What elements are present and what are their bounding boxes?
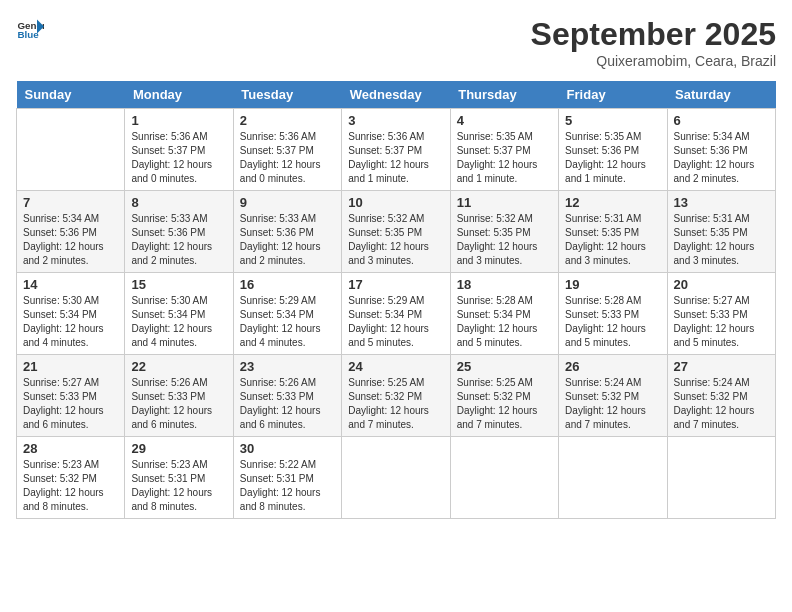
- day-number: 3: [348, 113, 443, 128]
- day-number: 30: [240, 441, 335, 456]
- weekday-header-saturday: Saturday: [667, 81, 775, 109]
- day-number: 6: [674, 113, 769, 128]
- day-info: Sunrise: 5:29 AMSunset: 5:34 PMDaylight:…: [240, 294, 335, 350]
- day-number: 19: [565, 277, 660, 292]
- calendar-cell: 1Sunrise: 5:36 AMSunset: 5:37 PMDaylight…: [125, 109, 233, 191]
- day-info: Sunrise: 5:31 AMSunset: 5:35 PMDaylight:…: [565, 212, 660, 268]
- day-number: 2: [240, 113, 335, 128]
- day-number: 22: [131, 359, 226, 374]
- day-number: 10: [348, 195, 443, 210]
- day-info: Sunrise: 5:27 AMSunset: 5:33 PMDaylight:…: [674, 294, 769, 350]
- day-number: 4: [457, 113, 552, 128]
- day-info: Sunrise: 5:36 AMSunset: 5:37 PMDaylight:…: [131, 130, 226, 186]
- day-number: 12: [565, 195, 660, 210]
- day-number: 17: [348, 277, 443, 292]
- day-info: Sunrise: 5:28 AMSunset: 5:34 PMDaylight:…: [457, 294, 552, 350]
- day-info: Sunrise: 5:23 AMSunset: 5:31 PMDaylight:…: [131, 458, 226, 514]
- day-info: Sunrise: 5:33 AMSunset: 5:36 PMDaylight:…: [131, 212, 226, 268]
- day-info: Sunrise: 5:25 AMSunset: 5:32 PMDaylight:…: [348, 376, 443, 432]
- day-info: Sunrise: 5:28 AMSunset: 5:33 PMDaylight:…: [565, 294, 660, 350]
- day-number: 9: [240, 195, 335, 210]
- day-number: 26: [565, 359, 660, 374]
- day-info: Sunrise: 5:30 AMSunset: 5:34 PMDaylight:…: [131, 294, 226, 350]
- title-area: September 2025 Quixeramobim, Ceara, Braz…: [531, 16, 776, 69]
- day-info: Sunrise: 5:36 AMSunset: 5:37 PMDaylight:…: [348, 130, 443, 186]
- day-number: 14: [23, 277, 118, 292]
- calendar-cell: 4Sunrise: 5:35 AMSunset: 5:37 PMDaylight…: [450, 109, 558, 191]
- day-info: Sunrise: 5:24 AMSunset: 5:32 PMDaylight:…: [674, 376, 769, 432]
- page-header: General Blue September 2025 Quixeramobim…: [16, 16, 776, 69]
- calendar-cell: 23Sunrise: 5:26 AMSunset: 5:33 PMDayligh…: [233, 355, 341, 437]
- calendar-cell: 5Sunrise: 5:35 AMSunset: 5:36 PMDaylight…: [559, 109, 667, 191]
- calendar-cell: [559, 437, 667, 519]
- calendar-cell: 26Sunrise: 5:24 AMSunset: 5:32 PMDayligh…: [559, 355, 667, 437]
- day-number: 21: [23, 359, 118, 374]
- day-number: 29: [131, 441, 226, 456]
- day-info: Sunrise: 5:25 AMSunset: 5:32 PMDaylight:…: [457, 376, 552, 432]
- calendar-cell: 8Sunrise: 5:33 AMSunset: 5:36 PMDaylight…: [125, 191, 233, 273]
- svg-text:Blue: Blue: [17, 29, 39, 40]
- calendar-cell: 10Sunrise: 5:32 AMSunset: 5:35 PMDayligh…: [342, 191, 450, 273]
- weekday-header-wednesday: Wednesday: [342, 81, 450, 109]
- day-info: Sunrise: 5:22 AMSunset: 5:31 PMDaylight:…: [240, 458, 335, 514]
- logo: General Blue: [16, 16, 44, 44]
- day-number: 8: [131, 195, 226, 210]
- day-info: Sunrise: 5:27 AMSunset: 5:33 PMDaylight:…: [23, 376, 118, 432]
- calendar-cell: 30Sunrise: 5:22 AMSunset: 5:31 PMDayligh…: [233, 437, 341, 519]
- day-info: Sunrise: 5:32 AMSunset: 5:35 PMDaylight:…: [457, 212, 552, 268]
- calendar-cell: 15Sunrise: 5:30 AMSunset: 5:34 PMDayligh…: [125, 273, 233, 355]
- calendar-cell: 29Sunrise: 5:23 AMSunset: 5:31 PMDayligh…: [125, 437, 233, 519]
- day-info: Sunrise: 5:33 AMSunset: 5:36 PMDaylight:…: [240, 212, 335, 268]
- day-info: Sunrise: 5:35 AMSunset: 5:36 PMDaylight:…: [565, 130, 660, 186]
- calendar-cell: 18Sunrise: 5:28 AMSunset: 5:34 PMDayligh…: [450, 273, 558, 355]
- calendar-cell: 7Sunrise: 5:34 AMSunset: 5:36 PMDaylight…: [17, 191, 125, 273]
- logo-icon: General Blue: [16, 16, 44, 44]
- calendar-cell: 28Sunrise: 5:23 AMSunset: 5:32 PMDayligh…: [17, 437, 125, 519]
- day-info: Sunrise: 5:31 AMSunset: 5:35 PMDaylight:…: [674, 212, 769, 268]
- calendar-cell: 16Sunrise: 5:29 AMSunset: 5:34 PMDayligh…: [233, 273, 341, 355]
- weekday-header-thursday: Thursday: [450, 81, 558, 109]
- calendar-cell: [342, 437, 450, 519]
- day-info: Sunrise: 5:24 AMSunset: 5:32 PMDaylight:…: [565, 376, 660, 432]
- calendar-cell: 2Sunrise: 5:36 AMSunset: 5:37 PMDaylight…: [233, 109, 341, 191]
- day-number: 5: [565, 113, 660, 128]
- day-number: 28: [23, 441, 118, 456]
- calendar-cell: 22Sunrise: 5:26 AMSunset: 5:33 PMDayligh…: [125, 355, 233, 437]
- calendar-cell: 6Sunrise: 5:34 AMSunset: 5:36 PMDaylight…: [667, 109, 775, 191]
- calendar-week-4: 21Sunrise: 5:27 AMSunset: 5:33 PMDayligh…: [17, 355, 776, 437]
- calendar-cell: 12Sunrise: 5:31 AMSunset: 5:35 PMDayligh…: [559, 191, 667, 273]
- location: Quixeramobim, Ceara, Brazil: [531, 53, 776, 69]
- calendar-cell: 20Sunrise: 5:27 AMSunset: 5:33 PMDayligh…: [667, 273, 775, 355]
- calendar-cell: 13Sunrise: 5:31 AMSunset: 5:35 PMDayligh…: [667, 191, 775, 273]
- weekday-header-tuesday: Tuesday: [233, 81, 341, 109]
- calendar-cell: 17Sunrise: 5:29 AMSunset: 5:34 PMDayligh…: [342, 273, 450, 355]
- calendar-cell: 14Sunrise: 5:30 AMSunset: 5:34 PMDayligh…: [17, 273, 125, 355]
- calendar-cell: 11Sunrise: 5:32 AMSunset: 5:35 PMDayligh…: [450, 191, 558, 273]
- day-info: Sunrise: 5:36 AMSunset: 5:37 PMDaylight:…: [240, 130, 335, 186]
- day-number: 1: [131, 113, 226, 128]
- day-number: 25: [457, 359, 552, 374]
- day-info: Sunrise: 5:26 AMSunset: 5:33 PMDaylight:…: [240, 376, 335, 432]
- calendar-cell: 3Sunrise: 5:36 AMSunset: 5:37 PMDaylight…: [342, 109, 450, 191]
- calendar-cell: [450, 437, 558, 519]
- day-info: Sunrise: 5:34 AMSunset: 5:36 PMDaylight:…: [674, 130, 769, 186]
- calendar-week-1: 1Sunrise: 5:36 AMSunset: 5:37 PMDaylight…: [17, 109, 776, 191]
- calendar-cell: [17, 109, 125, 191]
- day-number: 15: [131, 277, 226, 292]
- day-info: Sunrise: 5:29 AMSunset: 5:34 PMDaylight:…: [348, 294, 443, 350]
- calendar-cell: 25Sunrise: 5:25 AMSunset: 5:32 PMDayligh…: [450, 355, 558, 437]
- calendar-cell: 19Sunrise: 5:28 AMSunset: 5:33 PMDayligh…: [559, 273, 667, 355]
- day-number: 11: [457, 195, 552, 210]
- day-number: 16: [240, 277, 335, 292]
- calendar-cell: 9Sunrise: 5:33 AMSunset: 5:36 PMDaylight…: [233, 191, 341, 273]
- day-number: 20: [674, 277, 769, 292]
- weekday-header-friday: Friday: [559, 81, 667, 109]
- calendar-cell: 27Sunrise: 5:24 AMSunset: 5:32 PMDayligh…: [667, 355, 775, 437]
- calendar-week-2: 7Sunrise: 5:34 AMSunset: 5:36 PMDaylight…: [17, 191, 776, 273]
- day-info: Sunrise: 5:23 AMSunset: 5:32 PMDaylight:…: [23, 458, 118, 514]
- day-number: 23: [240, 359, 335, 374]
- day-info: Sunrise: 5:35 AMSunset: 5:37 PMDaylight:…: [457, 130, 552, 186]
- calendar-week-5: 28Sunrise: 5:23 AMSunset: 5:32 PMDayligh…: [17, 437, 776, 519]
- weekday-header-sunday: Sunday: [17, 81, 125, 109]
- day-number: 18: [457, 277, 552, 292]
